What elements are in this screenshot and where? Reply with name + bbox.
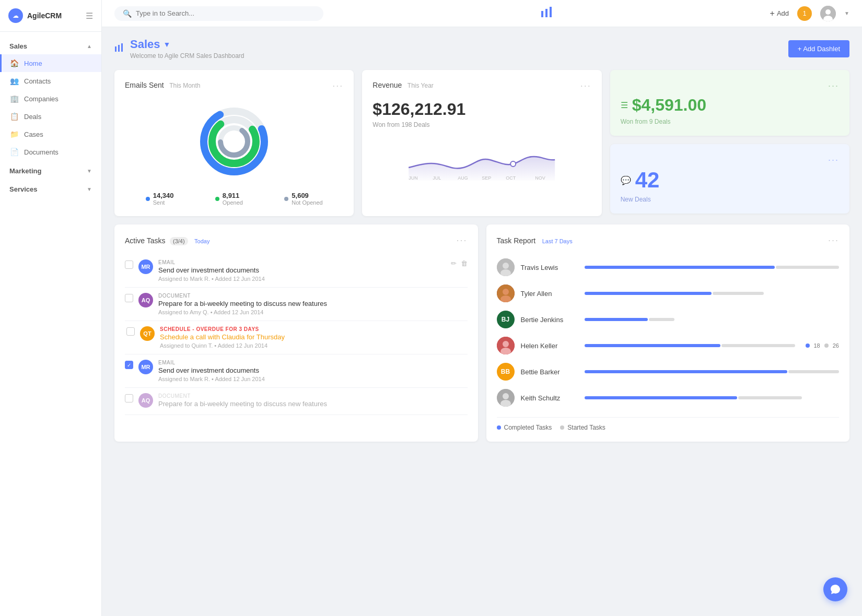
chevron-up-icon: ▲: [87, 43, 92, 49]
search-input[interactable]: [136, 9, 315, 17]
won-icon: ☰: [621, 100, 628, 110]
task-checkbox-2[interactable]: [125, 294, 133, 302]
task-checkbox-1[interactable]: [125, 260, 133, 269]
svg-point-15: [510, 161, 516, 167]
deals-icon: 📋: [9, 112, 19, 121]
task-type-1: EMAIL: [158, 259, 446, 265]
page-title[interactable]: Sales ▼: [130, 38, 244, 51]
completed-legend-label: Completed Tasks: [504, 424, 552, 431]
search-box[interactable]: 🔍: [114, 6, 323, 21]
task-type-overdue: SCHEDULE - OVERDUE FOR 3 DAYS: [160, 326, 468, 332]
name-helen: Helen Keller: [521, 342, 578, 350]
sidebar-item-cases[interactable]: 📁 Cases: [0, 125, 101, 143]
chevron-down-icon: ▼: [87, 168, 92, 174]
name-bettie: Bettie Barker: [521, 368, 578, 376]
sidebar-item-deals[interactable]: 📋 Deals: [0, 108, 101, 125]
deals-number: 42: [635, 168, 660, 193]
contacts-icon: 👥: [9, 76, 19, 86]
task-type-5: DOCUMENT: [158, 393, 468, 399]
task-report-title: Task Report: [497, 236, 536, 245]
notification-bell[interactable]: 1: [797, 6, 812, 21]
page-title-block: Sales ▼ Welcome to Agile CRM Sales Dashb…: [114, 38, 244, 60]
new-deals-card: ··· 💬 42 New Deals: [610, 144, 849, 214]
cases-icon: 📁: [9, 129, 19, 139]
topbar: 🔍 + Add 1 ▼: [102, 0, 862, 27]
name-travis: Travis Lewis: [521, 264, 578, 271]
tyler-started-bar: [713, 292, 764, 295]
tasks-more[interactable]: ···: [456, 235, 467, 246]
started-legend: Started Tasks: [560, 424, 605, 431]
nav-section-header-services[interactable]: Services ▼: [0, 181, 101, 197]
sidebar-nav: Sales ▲ 🏠 Home 👥 Contacts 🏢 Companies 📋 …: [0, 32, 101, 616]
sidebar-item-home[interactable]: 🏠 Home: [0, 54, 101, 72]
opened-dot: [215, 197, 219, 201]
page-header: Sales ▼ Welcome to Agile CRM Sales Dashb…: [114, 38, 849, 60]
title-chevron: ▼: [164, 40, 171, 49]
task-item: AQ DOCUMENT Prepare for a bi-weekly meet…: [125, 388, 468, 415]
svg-text:OCT: OCT: [506, 175, 516, 181]
task-report-card: Task Report Last 7 Days ··· Travis Lewis: [486, 224, 850, 442]
avatar-chevron[interactable]: ▼: [844, 10, 849, 16]
delete-icon[interactable]: 🗑: [461, 259, 468, 267]
started-legend-dot: [560, 425, 564, 430]
search-icon: 🔍: [123, 9, 132, 18]
tasks-today: Today: [194, 238, 209, 244]
task-report-more[interactable]: ···: [828, 235, 839, 246]
task-checkbox-4[interactable]: ✓: [125, 361, 133, 369]
revenue-sub: Won from 198 Deals: [372, 121, 591, 128]
svg-point-26: [503, 289, 509, 295]
sidebar-item-companies[interactable]: 🏢 Companies: [0, 90, 101, 108]
revenue-more[interactable]: ···: [580, 80, 591, 91]
sidebar-item-documents[interactable]: 📄 Documents: [0, 143, 101, 161]
helen-completed-num: 18: [814, 342, 820, 349]
not-opened-label: 5,609 Not Opened: [284, 192, 322, 206]
task-avatar-5: AQ: [138, 393, 153, 408]
bettie-started-bar: [788, 370, 839, 373]
name-tyler: Tyler Allen: [521, 290, 578, 298]
won-more[interactable]: ···: [828, 80, 839, 91]
topbar-center: [332, 7, 762, 20]
task-title-1: Send over investment documents: [158, 266, 446, 274]
hamburger-icon[interactable]: ☰: [86, 11, 93, 21]
add-button[interactable]: + Add: [770, 9, 789, 18]
svg-text:SEP: SEP: [482, 175, 491, 181]
svg-text:NOV: NOV: [535, 175, 545, 181]
nav-section-header-sales[interactable]: Sales ▲: [0, 38, 101, 54]
completed-legend-dot: [497, 425, 501, 430]
user-avatar[interactable]: [820, 6, 836, 21]
person-row-keith: Keith Schultz: [497, 385, 840, 411]
sidebar-item-contacts[interactable]: 👥 Contacts: [0, 72, 101, 90]
person-row-bertie: BJ Bertie Jenkins: [497, 306, 840, 333]
task-avatar-1: MR: [138, 259, 153, 274]
chat-bubble[interactable]: [823, 577, 847, 601]
sent-dot: [146, 197, 150, 201]
svg-rect-7: [118, 45, 120, 52]
topbar-actions: + Add 1 ▼: [770, 6, 849, 21]
task-meta-1: Assigned to Mark R. • Added 12 Jun 2014: [158, 276, 446, 282]
not-opened-dot: [284, 197, 288, 201]
task-checkbox-3[interactable]: [126, 327, 135, 336]
add-dashlet-button[interactable]: + Add Dashlet: [788, 40, 849, 57]
nav-section-marketing: Marketing ▼: [0, 163, 101, 179]
emails-card-more[interactable]: ···: [332, 80, 343, 91]
started-legend-label: Started Tasks: [567, 424, 605, 431]
revenue-subtitle: This Year: [407, 82, 434, 89]
nav-section-services: Services ▼: [0, 181, 101, 197]
opened-label: 8,911 Opened: [215, 192, 243, 206]
person-row-travis: Travis Lewis: [497, 254, 840, 280]
svg-rect-1: [545, 9, 548, 17]
tasks-list: MR EMAIL Send over investment documents …: [125, 254, 468, 415]
svg-point-32: [503, 393, 509, 399]
task-title-4: Send over investment documents: [158, 366, 468, 374]
tyler-completed-bar: [585, 292, 712, 295]
chevron-down-icon-services: ▼: [87, 186, 92, 192]
edit-icon[interactable]: ✏: [451, 259, 457, 267]
sidebar: ☁ AgileCRM ☰ Sales ▲ 🏠 Home 👥 Contacts 🏢…: [0, 0, 102, 616]
dashboard-bottom-row: Active Tasks (3/4) Today ··· MR EMAIL Se…: [114, 224, 849, 442]
deals-more[interactable]: ···: [828, 155, 839, 165]
revenue-amount: $126,212.91: [372, 100, 591, 119]
task-type-4: EMAIL: [158, 360, 468, 365]
emails-card-subtitle: This Month: [169, 82, 200, 89]
task-checkbox-5[interactable]: [125, 394, 133, 402]
nav-section-header-marketing[interactable]: Marketing ▼: [0, 163, 101, 179]
